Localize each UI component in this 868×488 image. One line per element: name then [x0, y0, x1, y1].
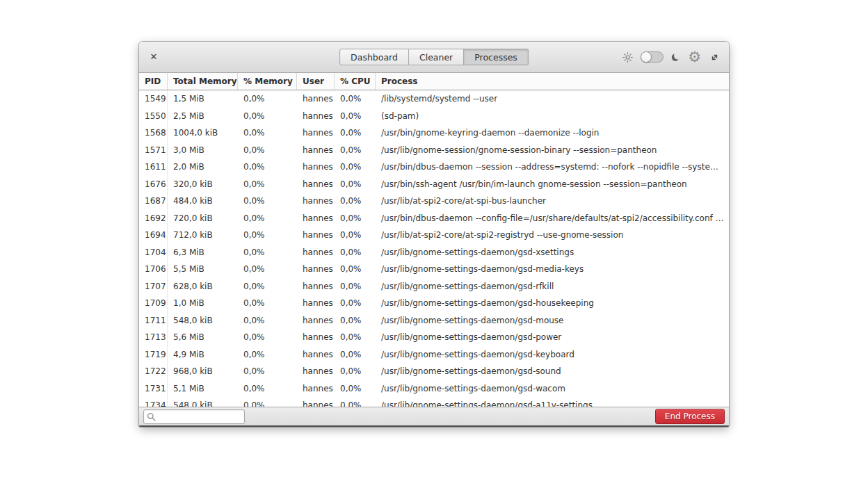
cell-memory-pct: 0,0%: [238, 227, 297, 244]
table-row[interactable]: 17135,6 MiB0,0%hannes0,0%/usr/lib/gnome-…: [139, 329, 729, 346]
table-row[interactable]: 1722968,0 kiB0,0%hannes0,0%/usr/lib/gnom…: [139, 363, 729, 380]
cell-cpu-pct: 0,0%: [335, 363, 376, 380]
table-row[interactable]: 16112,0 MiB0,0%hannes0,0%/usr/bin/dbus-d…: [139, 158, 729, 176]
tab-processes[interactable]: Processes: [464, 49, 529, 65]
close-button[interactable]: ✕: [147, 51, 160, 63]
cell-total-memory: 2,0 MiB: [168, 158, 238, 176]
table-row[interactable]: 1692720,0 kiB0,0%hannes0,0%/usr/bin/dbus…: [139, 210, 729, 227]
cell-user: hannes: [297, 397, 335, 407]
cell-user: hannes: [297, 210, 335, 227]
tab-cleaner[interactable]: Cleaner: [409, 49, 464, 65]
cell-total-memory: 712,0 kiB: [168, 227, 238, 244]
cell-process: /usr/lib/at-spi2-core/at-spi-bus-launche…: [376, 193, 729, 210]
column-header-user[interactable]: User: [297, 73, 335, 90]
cell-memory-pct: 0,0%: [238, 193, 297, 210]
cell-memory-pct: 0,0%: [238, 295, 297, 312]
cell-pid: 1694: [139, 227, 168, 244]
cell-user: hannes: [297, 193, 335, 210]
cell-cpu-pct: 0,0%: [335, 295, 376, 312]
table-row[interactable]: 1734548,0 kiB0,0%hannes0,0%/usr/lib/gnom…: [139, 397, 729, 407]
table-row[interactable]: 17194,9 MiB0,0%hannes0,0%/usr/lib/gnome-…: [139, 346, 729, 364]
column-header-cpu-pct[interactable]: % CPU: [335, 73, 376, 90]
cell-pid: 1707: [139, 278, 168, 295]
column-header-memory-pct[interactable]: % Memory: [238, 73, 297, 90]
end-process-button[interactable]: End Process: [655, 409, 725, 424]
cell-user: hannes: [297, 380, 335, 398]
cell-memory-pct: 0,0%: [238, 142, 297, 159]
table-row[interactable]: 1707628,0 kiB0,0%hannes0,0%/usr/lib/gnom…: [139, 278, 729, 295]
system-monitor-window: ✕ DashboardCleanerProcesses: [139, 42, 729, 427]
cell-memory-pct: 0,0%: [238, 90, 297, 108]
column-header-process[interactable]: Process: [376, 73, 729, 90]
titlebar-controls: ⚙: [622, 50, 721, 64]
search-entry[interactable]: [143, 409, 245, 424]
cell-pid: 1734: [139, 397, 168, 407]
cell-cpu-pct: 0,0%: [335, 124, 376, 142]
table-row[interactable]: 1676320,0 kiB0,0%hannes0,0%/usr/bin/ssh-…: [139, 176, 729, 193]
cell-total-memory: 1,0 MiB: [168, 295, 238, 312]
search-input[interactable]: [158, 412, 241, 421]
table-row[interactable]: 17091,0 MiB0,0%hannes0,0%/usr/lib/gnome-…: [139, 295, 729, 312]
cell-pid: 1687: [139, 193, 168, 210]
cell-user: hannes: [297, 142, 335, 159]
cell-memory-pct: 0,0%: [238, 397, 297, 407]
cell-cpu-pct: 0,0%: [335, 329, 376, 346]
cell-process: /usr/lib/gnome-session/gnome-session-bin…: [376, 142, 729, 159]
cell-pid: 1719: [139, 346, 168, 364]
cell-memory-pct: 0,0%: [238, 210, 297, 227]
cell-memory-pct: 0,0%: [238, 329, 297, 346]
action-bar: End Process: [139, 407, 729, 425]
cell-memory-pct: 0,0%: [238, 176, 297, 193]
end-process-label: End Process: [665, 412, 715, 421]
cell-user: hannes: [297, 176, 335, 193]
cell-cpu-pct: 0,0%: [335, 193, 376, 210]
cell-total-memory: 968,0 kiB: [168, 363, 238, 380]
expand-icon[interactable]: [709, 51, 721, 63]
column-header-total-memory[interactable]: Total Memory: [168, 73, 238, 90]
cell-cpu-pct: 0,0%: [335, 312, 376, 330]
cell-process: /usr/lib/gnome-settings-daemon/gsd-power: [376, 329, 729, 346]
cell-user: hannes: [297, 278, 335, 295]
cell-pid: 1722: [139, 363, 168, 380]
dark-mode-toggle[interactable]: [641, 51, 664, 63]
sun-icon: [622, 52, 633, 63]
cell-total-memory: 548,0 kiB: [168, 312, 238, 330]
cell-pid: 1711: [139, 312, 168, 330]
table-row[interactable]: 17065,5 MiB0,0%hannes0,0%/usr/lib/gnome-…: [139, 261, 729, 278]
cell-cpu-pct: 0,0%: [335, 397, 376, 407]
cell-user: hannes: [297, 158, 335, 176]
gear-icon[interactable]: ⚙: [688, 50, 701, 64]
cell-user: hannes: [297, 90, 335, 108]
tab-dashboard[interactable]: Dashboard: [339, 49, 409, 65]
table-row[interactable]: 15502,5 MiB0,0%hannes0,0%(sd-pam): [139, 108, 729, 125]
cell-process: /usr/bin/gnome-keyring-daemon --daemoniz…: [376, 124, 729, 142]
cell-memory-pct: 0,0%: [238, 108, 297, 125]
cell-total-memory: 2,5 MiB: [168, 108, 238, 125]
table-row[interactable]: 1711548,0 kiB0,0%hannes0,0%/usr/lib/gnom…: [139, 312, 729, 330]
cell-process: /usr/lib/gnome-settings-daemon/gsd-mouse: [376, 312, 729, 330]
column-header-pid[interactable]: PID: [139, 73, 168, 90]
close-icon: ✕: [150, 51, 158, 62]
cell-memory-pct: 0,0%: [238, 278, 297, 295]
cell-process: /lib/systemd/systemd --user: [376, 90, 729, 108]
cell-memory-pct: 0,0%: [238, 380, 297, 398]
cell-process: /usr/lib/gnome-settings-daemon/gsd-xsett…: [376, 244, 729, 261]
cell-process: /usr/lib/gnome-settings-daemon/gsd-wacom: [376, 380, 729, 398]
table-row[interactable]: 15713,0 MiB0,0%hannes0,0%/usr/lib/gnome-…: [139, 142, 729, 159]
cell-user: hannes: [297, 346, 335, 364]
table-row[interactable]: 15681004,0 kiB0,0%hannes0,0%/usr/bin/gno…: [139, 124, 729, 142]
cell-pid: 1571: [139, 142, 168, 159]
table-row[interactable]: 17046,3 MiB0,0%hannes0,0%/usr/lib/gnome-…: [139, 244, 729, 261]
cell-cpu-pct: 0,0%: [335, 227, 376, 244]
cell-user: hannes: [297, 329, 335, 346]
table-row[interactable]: 15491,5 MiB0,0%hannes0,0%/lib/systemd/sy…: [139, 90, 729, 108]
cell-pid: 1549: [139, 90, 168, 108]
table-row[interactable]: 17315,1 MiB0,0%hannes0,0%/usr/lib/gnome-…: [139, 380, 729, 398]
cell-process: /usr/lib/gnome-settings-daemon/gsd-sound: [376, 363, 729, 380]
cell-cpu-pct: 0,0%: [335, 158, 376, 176]
cell-user: hannes: [297, 108, 335, 125]
table-row[interactable]: 1687484,0 kiB0,0%hannes0,0%/usr/lib/at-s…: [139, 193, 729, 210]
toggle-knob[interactable]: [641, 51, 652, 63]
cell-total-memory: 1004,0 kiB: [168, 124, 238, 142]
table-row[interactable]: 1694712,0 kiB0,0%hannes0,0%/usr/lib/at-s…: [139, 227, 729, 244]
